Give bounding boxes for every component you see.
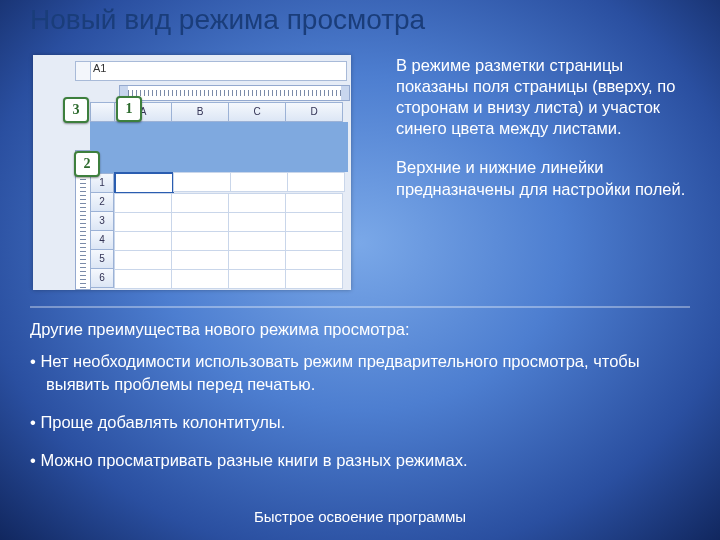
column-header: C bbox=[228, 102, 286, 122]
cell bbox=[114, 269, 172, 289]
row-headers: 1 2 3 4 5 6 bbox=[90, 173, 114, 287]
cell bbox=[114, 212, 172, 232]
divider bbox=[30, 306, 690, 308]
footer-text: Быстрое освоение программы bbox=[0, 508, 720, 525]
cell bbox=[171, 231, 229, 251]
cell bbox=[171, 269, 229, 289]
cell bbox=[285, 231, 343, 251]
name-box-dropdown bbox=[75, 61, 91, 81]
callout-badge-3: 3 bbox=[63, 97, 89, 123]
cell bbox=[285, 193, 343, 213]
callout-badge-2: 2 bbox=[74, 151, 100, 177]
row-header: 6 bbox=[90, 268, 114, 288]
cell bbox=[228, 231, 286, 251]
cell bbox=[285, 250, 343, 270]
slide: Новый вид режима просмотра A1 A B C D 1 … bbox=[0, 0, 720, 540]
row-header: 5 bbox=[90, 249, 114, 269]
cell bbox=[285, 269, 343, 289]
callout-badge-1: 1 bbox=[116, 96, 142, 122]
cell bbox=[285, 212, 343, 232]
paragraph: Верхние и нижние линейки предназначены д… bbox=[396, 157, 696, 199]
cell bbox=[114, 231, 172, 251]
name-box-value: A1 bbox=[93, 62, 106, 74]
right-text-block: В режиме разметки страницы показаны поля… bbox=[396, 55, 696, 218]
cell bbox=[228, 212, 286, 232]
subtitle: Другие преимущества нового режима просмо… bbox=[30, 318, 690, 340]
bullet-item: Можно просматривать разные книги в разны… bbox=[30, 449, 690, 471]
slide-title: Новый вид режима просмотра bbox=[30, 4, 425, 36]
cell bbox=[114, 193, 172, 213]
cell bbox=[173, 172, 231, 192]
row-header: 3 bbox=[90, 211, 114, 231]
cell bbox=[171, 250, 229, 270]
cell bbox=[228, 250, 286, 270]
cell-grid bbox=[115, 173, 345, 289]
screenshot: A1 A B C D 1 2 3 4 5 6 bbox=[33, 55, 351, 290]
ruler-margin-right bbox=[341, 86, 349, 100]
bullet-item: Нет необходимости использовать режим пре… bbox=[30, 350, 690, 395]
row-header: 2 bbox=[90, 192, 114, 212]
select-all-corner bbox=[90, 102, 116, 122]
cell bbox=[171, 212, 229, 232]
row-header: 4 bbox=[90, 230, 114, 250]
cell bbox=[114, 250, 172, 270]
bullet-list: Нет необходимости использовать режим пре… bbox=[30, 350, 690, 471]
column-headers: A B C D bbox=[115, 102, 343, 120]
cell bbox=[287, 172, 345, 192]
cell-selected bbox=[114, 172, 174, 194]
page-gap-top bbox=[90, 122, 348, 172]
bullet-item: Проще добавлять колонтитулы. bbox=[30, 411, 690, 433]
column-header: D bbox=[285, 102, 343, 122]
lower-text-block: Другие преимущества нового режима просмо… bbox=[30, 318, 690, 487]
horizontal-ruler bbox=[119, 85, 350, 101]
column-header: B bbox=[171, 102, 229, 122]
cell bbox=[171, 193, 229, 213]
cell bbox=[228, 269, 286, 289]
paragraph: В режиме разметки страницы показаны поля… bbox=[396, 55, 696, 139]
formula-bar bbox=[90, 61, 347, 81]
cell bbox=[230, 172, 288, 192]
cell bbox=[228, 193, 286, 213]
